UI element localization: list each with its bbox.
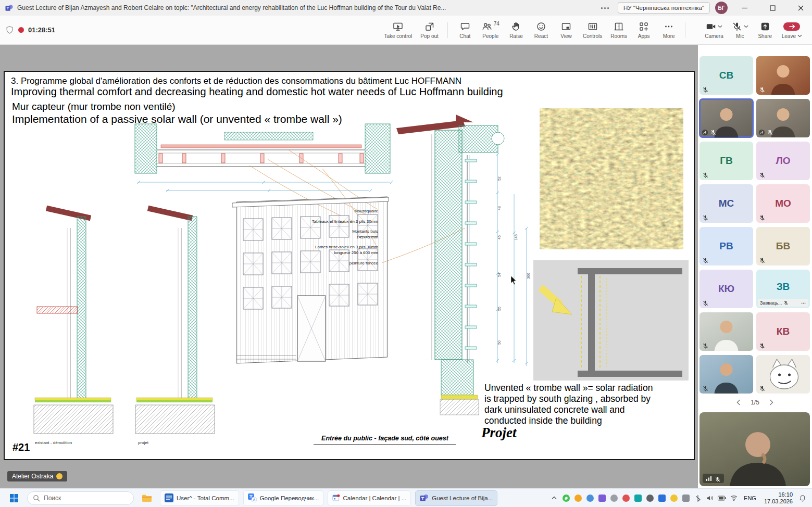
leave-button[interactable]: Leave	[778, 19, 806, 42]
tray-whatsapp-icon[interactable]	[562, 494, 570, 502]
chevron-right-icon	[769, 399, 773, 405]
teams-logo-icon	[5, 4, 13, 12]
tile-more-icon[interactable]: ⋯	[801, 300, 806, 306]
tray-date: 17.03.2026	[764, 498, 793, 505]
slide-subtitle-fr: Mur capteur (mur trombe non ventilé)	[12, 101, 176, 112]
tray-battery-icon[interactable]	[718, 494, 726, 502]
pop-out-icon	[424, 21, 435, 32]
participant-tile[interactable]: КЮ	[699, 270, 753, 308]
participant-name-bar: Завваць... ⋯	[758, 299, 808, 307]
tray-app-icon[interactable]	[646, 494, 654, 502]
window-close-button[interactable]	[789, 0, 812, 16]
chevron-down-icon	[718, 25, 722, 28]
view-button[interactable]: View	[554, 19, 578, 42]
share-button[interactable]: Share	[753, 19, 777, 42]
window-minimize-button[interactable]	[733, 0, 756, 16]
org-account-button[interactable]: НУ "Чернігівська політехніка"	[618, 2, 710, 14]
view-layout-icon	[561, 21, 571, 32]
tray-app-icon[interactable]	[670, 494, 678, 502]
tray-volume-icon[interactable]	[706, 494, 714, 502]
annotation-lames: Lames brise-soleil en 3 plis 30mm	[315, 245, 378, 249]
tray-expand-icon[interactable]	[550, 494, 558, 502]
tray-app-icon[interactable]	[574, 494, 582, 502]
svg-text:54: 54	[497, 273, 501, 277]
participant-video-tile[interactable]	[699, 312, 753, 351]
mic-button[interactable]: Mic	[728, 19, 752, 42]
share-screen-icon	[760, 21, 770, 32]
presenter-video-tile[interactable]	[699, 99, 753, 137]
tray-app-icon[interactable]	[634, 494, 642, 502]
annotation-montants: Montants bois	[352, 229, 378, 234]
participant-video-tile[interactable]	[699, 355, 753, 394]
facade-caption: Entrée du public - façade sud, côté oues…	[313, 435, 457, 442]
participant-tile[interactable]: БВ	[756, 227, 810, 265]
svg-text:145: 145	[514, 234, 518, 240]
presenter-name: Atelier Ostraka	[12, 473, 53, 480]
mic-off-icon	[759, 342, 766, 349]
pager-prev-button[interactable]	[734, 398, 743, 407]
camera-button[interactable]: Camera	[701, 19, 727, 42]
window-maximize-button[interactable]	[761, 0, 784, 16]
participant-tile[interactable]: ГВ	[699, 142, 753, 180]
raise-hand-button[interactable]: Raise	[504, 19, 528, 42]
participant-video-tile[interactable]	[756, 56, 810, 95]
large-wall-section-drawing	[396, 115, 504, 415]
apps-button[interactable]: Apps	[632, 19, 656, 42]
tray-language-label[interactable]: ENG	[742, 495, 758, 501]
windows-logo-icon	[9, 493, 19, 503]
rooms-button[interactable]: Rooms	[607, 19, 631, 42]
tray-network-icon[interactable]	[730, 494, 738, 502]
tray-app-icon[interactable]	[610, 494, 618, 502]
camera-icon	[706, 21, 716, 32]
taskbar-search[interactable]: Поиск	[27, 491, 134, 505]
trombe-wall-diagram	[533, 260, 689, 381]
tray-bluetooth-icon[interactable]	[694, 494, 702, 502]
chevron-left-icon	[736, 399, 741, 405]
taskbar-app-calendar[interactable]: Calendar | Calendar | ...	[328, 490, 411, 506]
notification-bell-icon[interactable]	[798, 494, 807, 502]
participants-pager: 1/5	[698, 398, 812, 407]
presenter-video-tile[interactable]	[756, 99, 810, 137]
controls-button[interactable]: Controls	[579, 19, 606, 42]
react-button[interactable]: React	[529, 19, 553, 42]
mic-muted-icon	[732, 21, 742, 32]
tray-app-icon[interactable]	[658, 494, 666, 502]
participant-cat-avatar-tile[interactable]	[756, 355, 810, 394]
tray-app-icon[interactable]	[682, 494, 690, 502]
tray-app-icon[interactable]	[586, 494, 594, 502]
participant-tile[interactable]: СВ	[699, 56, 753, 95]
pager-next-button[interactable]	[767, 398, 776, 407]
mic-off-icon	[759, 385, 766, 391]
take-control-button[interactable]: Take control	[380, 19, 416, 42]
titlebar-more-button[interactable]	[597, 0, 613, 16]
mic-off-icon	[767, 129, 773, 135]
pop-out-button[interactable]: Pop out	[417, 19, 442, 42]
participant-tile[interactable]: КВ	[756, 312, 810, 351]
participant-tile[interactable]: МС	[699, 184, 753, 223]
taskbar-app-total-commander[interactable]: User^ - Total Comm...	[160, 490, 239, 506]
chat-button[interactable]: Chat	[453, 19, 477, 42]
participant-tile[interactable]: ЛО	[756, 142, 810, 180]
toolbar-divider	[685, 22, 685, 38]
participant-tile[interactable]: ЗВ Завваць... ⋯	[756, 270, 810, 308]
people-button[interactable]: 74 People	[478, 19, 503, 42]
spotlight-video-tile[interactable]	[699, 412, 810, 486]
tray-clock[interactable]: 16:10 17.03.2026	[762, 491, 795, 505]
trombe-explanation-text: Unvented « trombe wall »= solar radiatio…	[484, 383, 685, 426]
taskbar-app-google-translate[interactable]: Google Переводчик...	[243, 490, 324, 506]
tray-app-icon[interactable]	[622, 494, 630, 502]
annotation-montants-dim: 145x45 mm	[356, 235, 378, 239]
participant-tile[interactable]: РВ	[699, 227, 753, 265]
mic-off-icon	[759, 171, 766, 178]
dimension-labels: 52 48 45 145 54 366 55 50	[497, 176, 530, 345]
projet-label: Projet	[481, 425, 517, 441]
spotlight-pin-icon	[758, 129, 765, 135]
profile-avatar[interactable]: БГ	[715, 2, 728, 14]
more-button[interactable]: More	[657, 19, 681, 42]
start-button[interactable]	[5, 490, 23, 506]
taskbar-app-teams-meeting[interactable]: Guest Lecture of Bija...	[415, 490, 497, 506]
taskbar-file-explorer-button[interactable]	[138, 490, 156, 506]
participant-tile[interactable]: МО	[756, 184, 810, 223]
mic-off-icon	[702, 86, 709, 93]
tray-app-icon[interactable]	[598, 494, 606, 502]
